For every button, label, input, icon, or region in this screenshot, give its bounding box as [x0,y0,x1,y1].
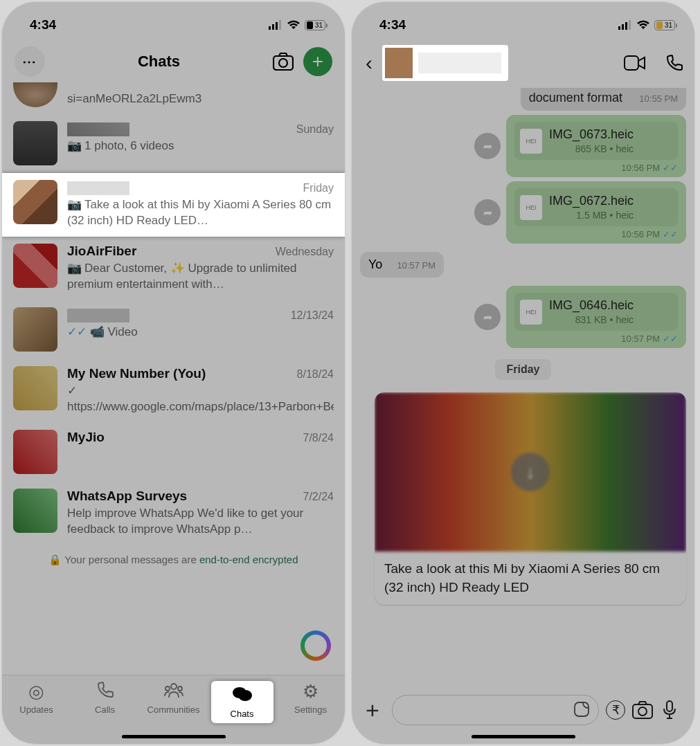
svg-point-10 [238,690,252,701]
phone-icon [96,681,114,702]
avatar [13,489,57,533]
document-message[interactable]: ➦ HEI IMG_0672.heic 1.5 MB • heic 10:56 … [506,181,686,244]
camera-icon[interactable] [273,53,294,71]
message-input[interactable] [392,695,599,725]
chat-row[interactable]: MyJio 7/8/24 [2,423,345,482]
forward-button[interactable]: ➦ [474,304,501,330]
mic-button[interactable] [663,700,686,720]
message-text: Yo [368,257,382,271]
tab-updates[interactable]: ◎Updates [6,681,68,715]
tab-chats[interactable]: Chats [211,681,273,723]
read-ticks-icon: ✓✓ [663,229,678,239]
document-meta: 865 KB • heic [549,143,634,154]
forward-button[interactable]: ➦ [474,199,501,226]
svg-rect-16 [575,702,589,716]
battery-icon: 31 [654,20,675,30]
chat-name: My New Number (You) [67,366,206,381]
cellular-icon [269,20,282,30]
communities-icon [163,681,184,702]
right-screenshot: 4:34 31 ‹ document format 10:55 PM ➦ [352,2,694,744]
tab-communities[interactable]: Communities [143,681,205,715]
forward-button[interactable]: ➦ [474,133,501,159]
status-bar: 4:34 31 [2,2,345,41]
file-icon: HEI [520,129,542,154]
tab-settings[interactable]: ⚙Settings [280,681,342,715]
download-button[interactable]: ↓ [511,453,550,491]
video-icon: 📹 [90,325,105,338]
document-message[interactable]: ➦ HEI IMG_0673.heic 865 KB • heic 10:56 … [506,115,686,177]
message-time: 10:56 PM [621,229,660,239]
chat-list[interactable]: si=anMeORL2a2LpEwm3 Sunday 📷1 photo, 6 v… [2,82,345,569]
avatar [13,180,57,224]
svg-rect-11 [618,26,620,30]
message-time: 10:57 PM [397,260,436,271]
encryption-link[interactable]: end-to-end encrypted [199,554,298,565]
chat-time: Friday [303,182,334,194]
chat-row[interactable]: WhatsApp Surveys 7/2/24 Help improve Wha… [2,482,345,545]
chat-time: Wednesday [276,246,334,258]
contact-info[interactable] [382,45,508,81]
tab-bar: ◎Updates Calls Communities Chats ⚙Settin… [2,675,345,744]
svg-point-8 [178,686,182,691]
link-preview-message[interactable]: ↓ Take a look at this Mi by Xiaomi A Ser… [375,392,686,605]
chat-row-selected[interactable]: Friday 📷Take a look at this Mi by Xiaomi… [2,173,345,237]
back-button[interactable]: ‹ [363,51,375,75]
chat-name: MyJio [67,430,105,445]
chat-name [67,307,129,322]
battery-icon: 31 [305,20,325,30]
status-time: 4:34 [379,17,406,33]
chat-preview: 📷1 photo, 6 videos [67,138,334,154]
home-indicator[interactable] [472,735,575,738]
video-call-button[interactable] [624,55,646,71]
chat-row[interactable]: Sunday 📷1 photo, 6 videos [2,114,345,173]
voice-call-button[interactable] [665,54,683,72]
more-button[interactable]: ⋯ [15,46,45,77]
camera-button[interactable] [632,701,656,719]
avatar [13,307,57,352]
incoming-message[interactable]: Yo 10:57 PM [360,252,444,278]
document-message[interactable]: ➦ HEI IMG_0646.heic 831 KB • heic 10:57 … [506,286,686,348]
document-meta: 1.5 MB • heic [549,210,634,221]
tab-calls[interactable]: Calls [74,681,136,715]
home-indicator[interactable] [122,735,226,738]
svg-point-6 [171,684,177,689]
avatar [13,430,57,474]
document-meta: 831 KB • heic [549,314,634,325]
avatar [13,366,57,410]
new-chat-button[interactable]: + [303,47,332,76]
camera-icon: 📷 [67,262,82,275]
read-ticks-icon: ✓✓ [663,334,678,344]
chat-preview: si=anMeORL2a2LpEwm3 [67,91,334,107]
chat-preview: 📷Take a look at this Mi by Xiaomi A Seri… [67,197,334,229]
document-name: IMG_0672.heic [549,194,634,208]
chat-name: WhatsApp Surveys [67,489,187,504]
status-time: 4:34 [30,17,56,33]
svg-rect-2 [276,22,278,30]
message-text: document format [529,91,622,104]
attach-button[interactable]: + [360,697,385,724]
chat-row[interactable]: My New Number (You) 8/18/24 ✓ https://ww… [2,359,345,423]
document-name: IMG_0646.heic [549,298,634,313]
chat-row-partial[interactable]: si=anMeORL2a2LpEwm3 [2,82,345,114]
updates-icon: ◎ [28,681,44,702]
chat-name [67,180,129,195]
status-bar: 4:34 31 [352,2,694,41]
chat-preview: 📷Dear Customer, ✨ Upgrade to unlimited p… [67,261,334,293]
meta-ai-button[interactable] [300,630,331,661]
payment-button[interactable]: ₹ [606,700,625,720]
status-indicators: 31 [269,20,325,30]
chat-name [67,121,129,136]
svg-point-5 [279,59,287,67]
camera-icon: 📷 [67,139,82,152]
chats-icon [232,685,253,706]
svg-rect-12 [622,24,624,30]
read-ticks-icon: ✓✓ [663,163,678,173]
link-preview-image: ↓ [375,392,686,552]
chat-row[interactable]: 12/13/24 ✓✓ 📹 Video [2,300,345,359]
chat-time: 12/13/24 [291,309,334,322]
conversation-body[interactable]: document format 10:55 PM ➦ HEI IMG_0673.… [352,85,694,716]
conversation-header: ‹ [352,41,694,85]
sticker-button[interactable] [573,701,590,718]
chat-preview: Help improve WhatsApp We'd like to get y… [67,506,334,538]
chat-row[interactable]: JioAirFiber Wednesday 📷Dear Customer, ✨ … [2,237,345,300]
